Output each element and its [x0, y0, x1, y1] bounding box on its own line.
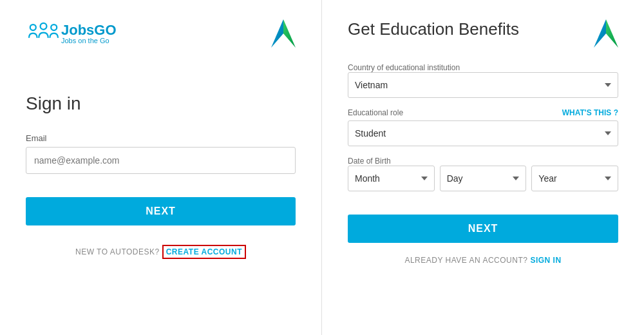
logo-subtitle: Jobs on the Go: [61, 37, 117, 44]
already-account-row: ALREADY HAVE AN ACCOUNT? SIGN IN: [348, 256, 618, 265]
next-button-left[interactable]: NEXT: [26, 197, 296, 225]
educational-role-select[interactable]: Student: [348, 120, 618, 146]
dob-label: Date of Birth: [348, 157, 618, 166]
educational-role-label: Educational role: [348, 108, 403, 117]
get-education-title: Get Education Benefits: [348, 19, 519, 39]
new-to-autodesk-text: NEW TO AUTODESK?: [75, 247, 160, 256]
create-account-link[interactable]: CREATE ACCOUNT: [162, 245, 246, 259]
svg-marker-5: [594, 19, 606, 48]
day-select[interactable]: Day: [440, 166, 527, 191]
right-header: Get Education Benefits: [348, 19, 618, 48]
sign-in-link[interactable]: SIGN IN: [530, 256, 561, 265]
next-button-right[interactable]: NEXT: [348, 215, 618, 243]
svg-point-0: [30, 24, 36, 30]
svg-marker-3: [271, 19, 283, 48]
autodesk-a-icon-right: [594, 19, 618, 48]
year-select[interactable]: Year: [531, 166, 618, 191]
logo-title: JobsGO: [61, 23, 117, 37]
month-select[interactable]: Month JanuaryFebruaryMarch AprilMayJune …: [348, 166, 435, 191]
autodesk-logo-left: [271, 19, 296, 50]
logo-text: JobsGO Jobs on the Go: [61, 23, 117, 44]
educational-role-field-group: Educational role WHAT'S THIS ? Student: [348, 108, 618, 146]
dob-field-group: Date of Birth Month JanuaryFebruaryMarch…: [348, 157, 618, 191]
country-label: Country of educational institution: [348, 63, 618, 72]
svg-point-1: [41, 23, 47, 30]
svg-marker-4: [283, 19, 296, 48]
svg-point-2: [51, 24, 57, 30]
whats-this-link[interactable]: WHAT'S THIS ?: [562, 108, 618, 117]
country-select[interactable]: Vietnam: [348, 72, 618, 98]
dob-row: Month JanuaryFebruaryMarch AprilMayJune …: [348, 166, 618, 191]
email-input[interactable]: [26, 147, 296, 174]
jobsgo-logo-icon: [26, 19, 61, 48]
right-panel: Get Education Benefits Country of educat…: [322, 0, 644, 335]
already-account-text: ALREADY HAVE AN ACCOUNT?: [404, 256, 527, 265]
left-panel: JobsGO Jobs on the Go Sign in Ema: [0, 0, 322, 335]
new-account-row: NEW TO AUTODESK? CREATE ACCOUNT: [26, 245, 296, 259]
email-label: Email: [26, 133, 296, 143]
autodesk-a-icon-left: [271, 19, 296, 48]
left-header: JobsGO Jobs on the Go: [26, 19, 296, 48]
email-field-group: Email: [26, 133, 296, 187]
sign-in-title: Sign in: [26, 93, 296, 114]
svg-marker-6: [606, 19, 618, 48]
country-field-group: Country of educational institution Vietn…: [348, 63, 618, 98]
educational-role-label-row: Educational role WHAT'S THIS ?: [348, 108, 618, 117]
